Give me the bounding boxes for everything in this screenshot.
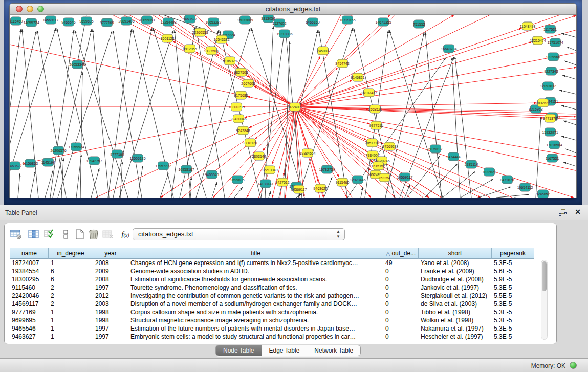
column-header-short[interactable]: short xyxy=(419,248,492,259)
network-canvas[interactable]: 9115460140557241456911794655469699695977… xyxy=(10,15,576,198)
table-cell[interactable]: 5.3E-5 xyxy=(492,316,534,324)
table-cell[interactable]: Stergiakouli et al. (2012) xyxy=(419,292,492,300)
import-table-button[interactable] xyxy=(101,228,115,242)
table-cell[interactable]: 0 xyxy=(383,267,419,275)
table-cell[interactable]: Tibbo et al. (1998) xyxy=(419,308,492,316)
table-row[interactable]: 1938455462009Genome-wide association stu… xyxy=(10,267,534,275)
table-cell[interactable]: 0 xyxy=(383,316,419,324)
table-cell[interactable]: 18724007 xyxy=(10,259,49,267)
table-cell[interactable]: 1998 xyxy=(93,316,128,324)
table-cell[interactable]: 6 xyxy=(49,275,93,283)
table-cell[interactable]: 2 xyxy=(49,292,93,300)
table-row[interactable]: 1456911722003Disruption of a novel membe… xyxy=(10,300,534,308)
table-cell[interactable]: 1 xyxy=(49,308,93,316)
table-cell[interactable]: 0 xyxy=(383,324,419,333)
table-cell[interactable]: 5.3E-5 xyxy=(492,324,534,333)
table-cell[interactable]: Wolkin et al. (1998) xyxy=(419,316,492,324)
table-cell[interactable]: 49 xyxy=(383,259,419,267)
table-settings-button[interactable] xyxy=(9,228,23,242)
table-cell[interactable]: Nakamura et al. (1997) xyxy=(419,324,492,333)
table-cell[interactable]: 2008 xyxy=(93,275,128,283)
table-cell[interactable]: 5.5E-5 xyxy=(492,292,534,300)
table-cell[interactable]: Franke et al. (2009) xyxy=(419,267,492,275)
table-vertical-scrollbar[interactable] xyxy=(541,260,548,340)
table-cell[interactable]: 2012 xyxy=(93,292,128,300)
column-header-out_de[interactable]: △out_de... xyxy=(383,248,419,259)
table-cell[interactable]: Genome-wide association studies in ADHD. xyxy=(128,267,383,275)
table-cell[interactable]: 0 xyxy=(383,275,419,283)
table-cell[interactable]: Embryonic stem cells: a model to study s… xyxy=(128,333,383,341)
table-cell[interactable]: Yano et al. (2008) xyxy=(419,259,492,267)
table-cell[interactable]: 2 xyxy=(49,283,93,292)
table-cell[interactable]: 9465546 xyxy=(10,324,49,333)
table-cell[interactable]: 5.3E-5 xyxy=(492,259,534,267)
table-row[interactable]: 1872400712008Changes of HCN gene express… xyxy=(10,259,534,267)
resize-grip-icon[interactable] xyxy=(568,189,575,196)
table-cell[interactable]: Estimation of the future numbers of pati… xyxy=(128,324,383,333)
network-view[interactable]: 9115460140557241456911794655469699695977… xyxy=(10,15,576,198)
table-row[interactable]: 977716911998Corpus callosum shape and si… xyxy=(10,308,534,316)
table-cell[interactable]: 1 xyxy=(49,324,93,333)
table-cell[interactable]: 1 xyxy=(49,316,93,324)
table-cell[interactable]: 1997 xyxy=(93,324,128,333)
network-window-titlebar[interactable]: citations_edges.txt xyxy=(10,4,576,15)
table-row[interactable]: 1830029562008Estimation of significance … xyxy=(10,275,534,283)
table-cell[interactable]: de Silva et al. (2003) xyxy=(419,300,492,308)
table-cell[interactable]: 19384554 xyxy=(10,267,49,275)
table-cell[interactable]: Structural magnetic resonance image aver… xyxy=(128,316,383,324)
table-cell[interactable]: 1997 xyxy=(93,333,128,341)
table-cell[interactable]: 5.6E-5 xyxy=(492,267,534,275)
table-cell[interactable]: 5.3E-5 xyxy=(492,308,534,316)
table-cell[interactable]: 2009 xyxy=(93,267,128,275)
table-cell[interactable]: Jankovic et al. (1997) xyxy=(419,283,492,292)
tab-network-table[interactable]: Network Table xyxy=(307,345,360,356)
table-cell[interactable]: 9699695 xyxy=(10,316,49,324)
table-selector-dropdown[interactable]: citations_edges.txt ▲▼ xyxy=(133,228,345,240)
table-cell[interactable]: Hescheler et al. (1997) xyxy=(419,333,492,341)
table-cell[interactable]: 0 xyxy=(383,292,419,300)
table-cell[interactable]: 1998 xyxy=(93,308,128,316)
row-height-button[interactable] xyxy=(59,228,73,242)
table-cell[interactable]: 1 xyxy=(49,259,93,267)
select-columns-button[interactable] xyxy=(27,228,41,242)
delete-table-button[interactable] xyxy=(86,228,101,242)
table-cell[interactable]: 9777169 xyxy=(10,308,49,316)
table-cell[interactable]: 14569117 xyxy=(10,300,49,308)
table-row[interactable]: 946554611997Estimation of the future num… xyxy=(10,324,534,333)
table-cell[interactable]: 0 xyxy=(383,333,419,341)
table-row[interactable]: 946362711997Embryonic stem cells: a mode… xyxy=(10,333,534,341)
table-cell[interactable]: 2 xyxy=(49,300,93,308)
scrollbar-thumb[interactable] xyxy=(542,261,547,291)
table-cell[interactable]: 2008 xyxy=(93,259,128,267)
table-cell[interactable]: 0 xyxy=(383,308,419,316)
table-cell[interactable]: 9463627 xyxy=(10,333,49,341)
table-cell[interactable]: 5.3E-5 xyxy=(492,300,534,308)
table-cell[interactable]: 22420046 xyxy=(10,292,49,300)
table-cell[interactable]: 6 xyxy=(49,267,93,275)
select-rows-button[interactable] xyxy=(42,228,57,242)
table-cell[interactable]: 0 xyxy=(383,300,419,308)
table-cell[interactable]: 5.3E-5 xyxy=(492,283,534,292)
memory-ok-indicator[interactable] xyxy=(570,362,577,369)
table-row[interactable]: 911546021997Tourette syndrome. Phenomeno… xyxy=(10,283,534,292)
table-cell[interactable]: 0 xyxy=(383,283,419,292)
tab-edge-table[interactable]: Edge Table xyxy=(262,345,308,356)
table-cell[interactable]: Dudbridge et al. (2008) xyxy=(419,275,492,283)
column-header-year[interactable]: year xyxy=(93,248,128,259)
table-cell[interactable]: 18300295 xyxy=(10,275,49,283)
column-header-in_degree[interactable]: in_degree xyxy=(49,248,93,259)
table-cell[interactable]: 1 xyxy=(49,333,93,341)
column-header-title[interactable]: title xyxy=(128,248,383,259)
table-cell[interactable]: 2003 xyxy=(93,300,128,308)
table-cell[interactable]: 5.9E-5 xyxy=(492,275,534,283)
table-cell[interactable]: 5.3E-5 xyxy=(492,333,534,341)
tab-node-table[interactable]: Node Table xyxy=(216,345,262,356)
table-cell[interactable]: 1997 xyxy=(93,283,128,292)
close-panel-button[interactable]: ✕ xyxy=(575,208,581,216)
table-row[interactable]: 2242004622012Investigating the contribut… xyxy=(10,292,534,300)
column-header-pagerank[interactable]: pagerank xyxy=(492,248,534,259)
new-table-button[interactable] xyxy=(73,228,87,242)
table-cell[interactable]: Changes of HCN gene expression and I(f) … xyxy=(128,259,383,267)
table-cell[interactable]: Estimation of significance thresholds fo… xyxy=(128,275,383,283)
column-header-name[interactable]: name xyxy=(10,248,49,259)
